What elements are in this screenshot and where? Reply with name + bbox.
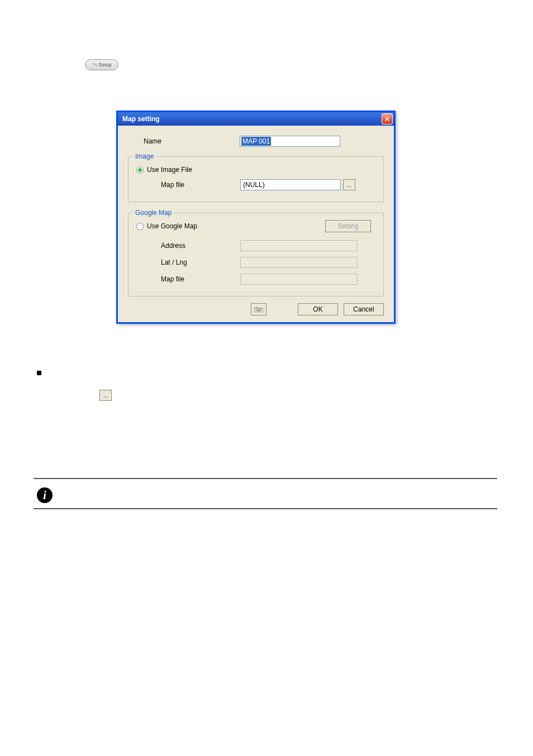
dialog-footer: OK Cancel <box>128 303 384 315</box>
google-map-file-label: Map file <box>133 275 240 283</box>
google-legend: Google Map <box>133 209 174 217</box>
use-image-file-radio[interactable] <box>136 166 144 174</box>
svg-rect-5 <box>260 309 260 309</box>
inline-browse-button[interactable]: ... <box>99 390 112 401</box>
google-map-group: Google Map Use Google Map Setting Addres… <box>128 209 384 296</box>
browse-image-button[interactable]: ... <box>343 179 355 190</box>
dialog-body: Name MAP 001 Image Use Image File Map fi… <box>118 126 394 322</box>
setup-button-label: Setup <box>98 62 112 68</box>
cancel-label: Cancel <box>353 305 374 313</box>
google-setting-label: Setting <box>337 222 358 230</box>
titlebar: Map setting <box>118 112 394 126</box>
ok-button[interactable]: OK <box>298 303 338 315</box>
image-group: Image Use Image File Map file ... <box>128 152 384 202</box>
svg-rect-7 <box>256 310 261 310</box>
bullet-icon <box>37 371 41 375</box>
name-label: Name <box>128 137 240 145</box>
image-map-file-label: Map file <box>133 181 240 189</box>
image-legend: Image <box>133 152 156 160</box>
close-icon <box>384 116 391 122</box>
ellipsis-icon: ... <box>103 393 108 399</box>
setup-button[interactable]: Setup <box>85 59 118 70</box>
divider <box>34 508 497 509</box>
info-icon: i <box>37 487 53 503</box>
latlng-label: Lat / Lng <box>133 259 240 266</box>
use-google-map-label: Use Google Map <box>147 222 197 230</box>
address-field <box>240 240 358 251</box>
use-google-map-radio[interactable] <box>136 223 144 230</box>
name-input[interactable]: MAP 001 <box>240 136 340 147</box>
svg-rect-2 <box>256 309 257 309</box>
tools-icon <box>92 62 97 68</box>
keyboard-icon <box>254 306 263 313</box>
google-map-file-field <box>240 274 358 285</box>
ok-label: OK <box>313 305 322 313</box>
cancel-button[interactable]: Cancel <box>344 303 384 315</box>
dialog-title: Map setting <box>122 115 160 123</box>
use-image-file-label: Use Image File <box>147 166 192 174</box>
svg-rect-6 <box>261 309 261 309</box>
latlng-field <box>240 257 358 268</box>
image-map-file-input[interactable] <box>240 179 341 190</box>
google-setting-button[interactable]: Setting <box>325 220 371 232</box>
svg-rect-4 <box>259 309 259 309</box>
svg-rect-3 <box>258 309 258 309</box>
map-setting-dialog: Map setting Name MAP 001 Image Use Image… <box>116 111 396 324</box>
divider <box>34 478 497 479</box>
svg-rect-0 <box>255 308 263 312</box>
address-label: Address <box>133 242 240 250</box>
close-button[interactable] <box>382 113 393 125</box>
name-input-value: MAP 001 <box>241 137 271 146</box>
svg-rect-1 <box>255 309 256 309</box>
keyboard-button[interactable] <box>251 303 266 315</box>
ellipsis-icon: ... <box>347 182 351 188</box>
